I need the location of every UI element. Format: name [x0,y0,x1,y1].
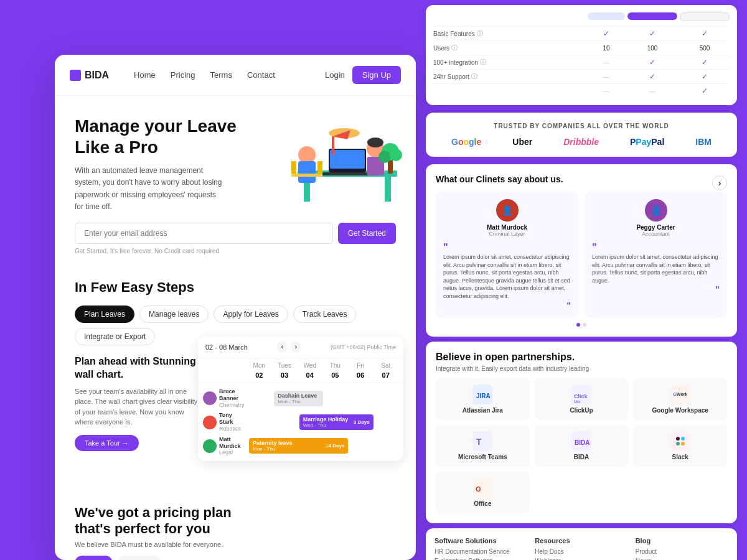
t-quote-end-1: " [592,284,720,294]
tab-plan-leaves[interactable]: Plan Leaves [75,306,134,323]
pt-feature-support: 24hr Support ⓘ [433,72,585,81]
nav-links: Home Pricing Terms Contact [134,70,325,80]
testimonials-next-btn[interactable]: › [712,175,727,190]
pt-col-basic [588,12,625,21]
nav-pricing[interactable]: Pricing [171,70,195,80]
pricing-title: We've got a pricing plan that's perfect … [75,505,261,537]
cal-day-thu-num: 05 [322,370,348,380]
bida-logo-icon: BIDA [571,431,591,451]
logo: BIDA [70,70,109,81]
marriage-leave-days: 3 Days [354,419,370,425]
pt-col-enterprise [680,12,730,21]
nav-terms[interactable]: Terms [210,70,232,80]
tour-button[interactable]: Take a Tour → [75,435,139,451]
cal-day-tue-label: Tues [272,361,298,370]
signup-button[interactable]: Sign Up [352,66,401,84]
nav-contact[interactable]: Contact [247,70,275,80]
clickup-name: ClickUp [570,407,593,414]
cal-person-1: Tony Stark Robotics [203,412,247,432]
svg-rect-5 [322,172,372,175]
t-dot-1[interactable] [583,323,586,327]
pt-cell-adv-4: — [627,88,677,95]
svg-rect-18 [332,136,334,155]
svg-rect-33 [672,432,689,450]
svg-rect-4 [330,150,365,169]
nav-home[interactable]: Home [134,70,156,80]
svg-point-16 [378,151,391,163]
cal-person-2: Matt Murdick Legal [203,436,247,456]
svg-point-17 [390,149,402,161]
pricing-desc: We believe BIDA must be available for ev… [75,541,396,548]
pt-feature-basic: Basic Features ⓘ [433,29,585,38]
steps-title: In Few Easy Steps [75,279,396,296]
testimonials-title: What our Clinets say about us. [436,174,563,184]
info-icon-1: ⓘ [451,44,458,52]
footer-link-news[interactable]: News [636,558,728,560]
footer-link-esig[interactable]: E-signature Software [435,558,527,560]
gworkspace-name: Google Workspace [652,407,708,414]
email-input[interactable] [75,223,333,244]
jira-name: Atlassian Jira [463,407,503,414]
footer-link-product[interactable]: Product [636,548,728,555]
toggle-monthly[interactable]: Monthly [118,556,161,560]
tab-track-leaves[interactable]: Track Leaves [293,306,357,323]
pt-row-features: Basic Features ⓘ ✓ ✓ ✓ [433,26,730,40]
marriage-leave-label: Marriage Holiday [303,416,349,422]
integration-bida: BIDA BIDA [535,425,629,467]
t-dot-0[interactable] [576,323,580,327]
footer-link-webinars[interactable]: Webinars [535,558,627,560]
cal-prev-btn[interactable]: ‹ [276,342,288,353]
pt-cell-ent-1: 500 [680,45,730,52]
tab-apply-leaves[interactable]: Apply for Leaves [214,306,288,323]
pt-cell-adv-0: ✓ [627,29,677,38]
logo-icon [70,70,81,81]
cal-day-fri-num: 06 [348,370,374,380]
clickup-logo-icon: Click Up [571,385,591,404]
jira-logo-icon: JIRA [472,385,492,404]
footer-link-help[interactable]: Help Docs [535,548,627,555]
tab-integrate-export[interactable]: Integrate or Export [75,328,155,345]
cal-day-sat-num: 07 [373,370,398,380]
pt-cell-basic-3: — [588,73,625,80]
hero-title: Manage your Leave Like a Pro [75,116,237,157]
trusted-title: TRUSTED BY COMPANIES ALL OVER THE WORLD [436,123,727,129]
cal-row-1: Tony Stark Robotics Marriage Holiday Wed… [203,412,398,432]
cal-day-sat-label: Sat [373,361,398,370]
cal-date-range: 02 - 08 March [205,343,248,351]
cal-avatar-0 [203,391,217,405]
t-text-1: Lorem ipsum dolor sit amet, consectetur … [592,253,720,284]
cal-next-btn[interactable]: › [290,342,301,353]
testimonials-cards: 👤 Matt Murdock Criminal Layer " Lorem ip… [436,192,727,318]
paternity-leave-sub: Mon - Thu [253,446,293,452]
pt-cell-basic-4: — [588,88,625,95]
office-logo-icon: O [472,478,492,498]
pt-cell-adv-2: ✓ [627,58,677,67]
get-started-button[interactable]: Get Started [338,223,396,244]
bida-name: BIDA [574,454,589,460]
svg-rect-8 [291,174,322,177]
login-button[interactable]: Login [325,70,345,80]
cal-day-wed-num: 04 [297,370,322,380]
footer-section: Software Solutions HR Documentation Serv… [426,528,737,560]
footer-link-hrdoc[interactable]: HR Documentation Service [435,548,527,555]
info-icon-2: ⓘ [480,58,486,67]
toggle-yearly[interactable]: Yearly [75,556,113,560]
pt-cell-ent-2: ✓ [680,58,730,67]
hero-description: With an automated leave management syste… [75,165,224,213]
svg-text:O: O [476,485,481,493]
tab-manage-leaves[interactable]: Manage leaves [139,306,209,323]
cal-header: 02 - 08 March ‹ › (GMT +06:02) Public Ti… [198,337,403,358]
cal-person-info-0: Bruce Banner Chemistry [219,388,247,408]
t-name-1: Peggy Carter [636,224,675,231]
dashain-leave-sub: Mon - Thu [278,399,319,404]
cal-day-thu-label: Thu [322,361,348,370]
hero-input-row: Get Started [75,223,396,244]
cal-day-mon-num: 02 [247,370,272,380]
cal-person-0: Bruce Banner Chemistry [203,388,247,408]
t-name-0: Matt Murdock [487,224,527,231]
dashain-leave-label: Dashain Leave [278,393,319,399]
cal-row-2: Matt Murdick Legal Paternity leave Mon -… [203,436,398,456]
cal-person-dept-0: Chemistry [219,402,247,409]
integration-jira: JIRA Atlassian Jira [436,378,530,420]
integrations-desc: Integrate with it. Easily export data wi… [436,365,727,372]
